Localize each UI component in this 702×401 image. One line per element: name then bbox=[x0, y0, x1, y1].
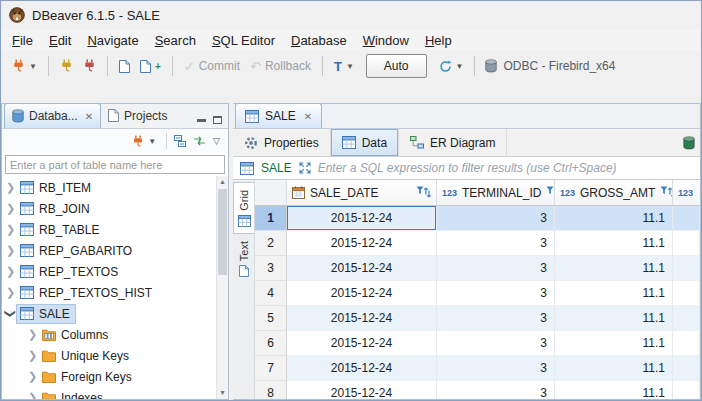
link-with-editor-icon[interactable] bbox=[193, 136, 206, 146]
tree-item-indexes[interactable]: ❯ Indexes bbox=[4, 387, 216, 399]
menu-window[interactable]: Window bbox=[355, 31, 417, 50]
collapse-chevron-icon[interactable]: ❯ bbox=[4, 307, 17, 320]
new-connection-button[interactable]: ▼ bbox=[129, 133, 159, 150]
expand-chevron-icon[interactable]: ❯ bbox=[4, 202, 17, 215]
close-icon[interactable]: ✕ bbox=[304, 111, 312, 122]
grid-cell[interactable]: 3 bbox=[437, 356, 555, 381]
connect-button[interactable] bbox=[55, 55, 78, 77]
grid-cell[interactable] bbox=[673, 381, 700, 399]
column-header-sale-date[interactable]: SALE_DATE bbox=[287, 180, 437, 205]
refresh-button[interactable]: ▼ bbox=[434, 56, 469, 77]
tab-data[interactable]: Data bbox=[331, 129, 399, 156]
expand-chevron-icon[interactable]: ❯ bbox=[4, 181, 17, 194]
rollback-button[interactable]: ↶ Rollback bbox=[245, 55, 316, 77]
tree-item-rep-gabarito[interactable]: ❯ REP_GABARITO bbox=[4, 240, 216, 261]
menu-edit[interactable]: Edit bbox=[41, 31, 79, 50]
grid-cell[interactable]: 3 bbox=[437, 306, 555, 331]
menu-navigate[interactable]: Navigate bbox=[79, 31, 146, 50]
expand-chevron-icon[interactable]: ❯ bbox=[26, 370, 39, 383]
row-number[interactable]: 4 bbox=[255, 281, 287, 306]
expand-chevron-icon[interactable]: ❯ bbox=[4, 265, 17, 278]
tab-properties[interactable]: Properties bbox=[233, 129, 331, 156]
row-number[interactable]: 3 bbox=[255, 256, 287, 281]
grid-cell[interactable] bbox=[673, 231, 700, 256]
column-header-partial[interactable]: 123 bbox=[673, 180, 700, 205]
grid-cell[interactable]: 11.1 bbox=[555, 231, 673, 256]
new-connection-button[interactable]: ▼ bbox=[7, 55, 42, 77]
grid-cell[interactable] bbox=[673, 281, 700, 306]
grid-cell[interactable]: 11.1 bbox=[555, 306, 673, 331]
column-header-gross-amt[interactable]: 123 GROSS_AMT bbox=[555, 180, 673, 205]
grid-cell[interactable]: 11.1 bbox=[555, 331, 673, 356]
editor-tab-sale[interactable]: SALE ✕ bbox=[235, 103, 322, 128]
menu-database[interactable]: Database bbox=[283, 31, 355, 50]
sort-filter-icon[interactable] bbox=[546, 186, 555, 199]
sql-editor-button[interactable] bbox=[114, 56, 135, 77]
grid-cell[interactable]: 2015-12-24 bbox=[287, 256, 437, 281]
row-number[interactable]: 5 bbox=[255, 306, 287, 331]
grid-cell[interactable]: 2015-12-24 bbox=[287, 281, 437, 306]
sort-filter-icon[interactable] bbox=[660, 186, 673, 199]
tab-database-navigator[interactable]: Databa... ✕ bbox=[4, 103, 101, 128]
expand-chevron-icon[interactable]: ❯ bbox=[4, 223, 17, 236]
grid-cell[interactable]: 11.1 bbox=[555, 206, 673, 231]
grid-cell[interactable]: 3 bbox=[437, 231, 555, 256]
scroll-up-icon[interactable]: ▲ bbox=[217, 176, 228, 188]
grid-cell[interactable] bbox=[673, 256, 700, 281]
sort-filter-icon[interactable] bbox=[416, 186, 431, 199]
row-number[interactable]: 1 bbox=[255, 206, 287, 231]
tree-item-foreign-keys[interactable]: ❯ Foreign Keys bbox=[4, 366, 216, 387]
expand-chevron-icon[interactable]: ❯ bbox=[26, 328, 39, 341]
menu-file[interactable]: File bbox=[4, 31, 41, 50]
grid-cell[interactable]: 2015-12-24 bbox=[287, 356, 437, 381]
transaction-mode-button[interactable]: T ▼ bbox=[329, 55, 359, 78]
grid-corner-cell[interactable] bbox=[255, 180, 287, 205]
row-number[interactable]: 8 bbox=[255, 381, 287, 399]
tree-item-rb-table[interactable]: ❯ RB_TABLE bbox=[4, 219, 216, 240]
table-filter-input[interactable] bbox=[5, 155, 225, 174]
expand-chevron-icon[interactable]: ❯ bbox=[26, 391, 39, 399]
active-database-icon[interactable] bbox=[683, 129, 700, 156]
grid-cell[interactable]: 11.1 bbox=[555, 356, 673, 381]
connection-selector[interactable]: ODBC - Firebird_x64 bbox=[481, 57, 619, 75]
tree-item-sale[interactable]: ❯ SALE bbox=[4, 303, 216, 324]
grid-cell[interactable]: 2015-12-24 bbox=[287, 306, 437, 331]
tab-er-diagram[interactable]: ER Diagram bbox=[399, 129, 507, 156]
commit-button[interactable]: ✓ Commit bbox=[179, 55, 245, 77]
view-menu-icon[interactable]: ▽ bbox=[213, 136, 220, 146]
tab-projects[interactable]: Projects bbox=[101, 103, 174, 128]
grid-cell[interactable]: 2015-12-24 bbox=[287, 206, 437, 231]
menu-help[interactable]: Help bbox=[417, 31, 460, 50]
scrollbar-thumb[interactable] bbox=[218, 189, 227, 275]
grid-cell[interactable]: 11.1 bbox=[555, 281, 673, 306]
disconnect-button[interactable] bbox=[78, 55, 101, 77]
grid-cell[interactable]: 11.1 bbox=[555, 381, 673, 399]
grid-cell[interactable]: 3 bbox=[437, 381, 555, 399]
grid-cell[interactable]: 3 bbox=[437, 281, 555, 306]
tree-scrollbar[interactable]: ▲ ▼ bbox=[216, 176, 228, 399]
open-filter-editor-icon[interactable] bbox=[299, 162, 311, 174]
expand-chevron-icon[interactable]: ❯ bbox=[4, 286, 17, 299]
column-header-terminal-id[interactable]: 123 TERMINAL_ID bbox=[437, 180, 555, 205]
minimize-view-icon[interactable] bbox=[197, 119, 206, 122]
grid-cell[interactable]: 2015-12-24 bbox=[287, 331, 437, 356]
row-number[interactable]: 6 bbox=[255, 331, 287, 356]
presentation-tab-text[interactable]: Text bbox=[233, 234, 254, 283]
grid-cell[interactable]: 11.1 bbox=[555, 256, 673, 281]
grid-cell[interactable] bbox=[673, 356, 700, 381]
expand-chevron-icon[interactable]: ❯ bbox=[4, 244, 17, 257]
tree-item-rep-textos-hist[interactable]: ❯ REP_TEXTOS_HIST bbox=[4, 282, 216, 303]
maximize-view-icon[interactable] bbox=[213, 116, 222, 124]
menu-sql-editor[interactable]: SQL Editor bbox=[204, 31, 283, 50]
grid-cell[interactable] bbox=[673, 306, 700, 331]
menu-search[interactable]: Search bbox=[147, 31, 204, 50]
grid-cell[interactable]: 3 bbox=[437, 256, 555, 281]
tree-item-rep-textos[interactable]: ❯ REP_TEXTOS bbox=[4, 261, 216, 282]
tree-item-unique-keys[interactable]: ❯ Unique Keys bbox=[4, 345, 216, 366]
new-sql-editor-button[interactable]: + bbox=[135, 56, 166, 77]
row-number[interactable]: 2 bbox=[255, 231, 287, 256]
row-number[interactable]: 7 bbox=[255, 356, 287, 381]
presentation-tab-grid[interactable]: Grid bbox=[233, 182, 254, 234]
expand-chevron-icon[interactable]: ❯ bbox=[26, 349, 39, 362]
scroll-down-icon[interactable]: ▼ bbox=[217, 387, 228, 399]
